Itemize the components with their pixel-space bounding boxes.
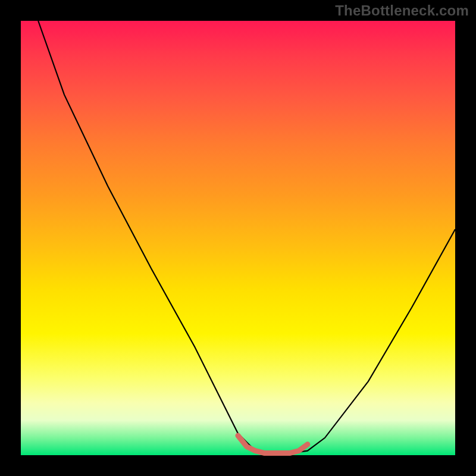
- bottleneck-curve: [38, 21, 455, 453]
- chart-frame: TheBottleneck.com: [0, 0, 476, 476]
- plot-area: [21, 21, 455, 455]
- plot-svg: [21, 21, 455, 455]
- watermark-text: TheBottleneck.com: [335, 2, 469, 19]
